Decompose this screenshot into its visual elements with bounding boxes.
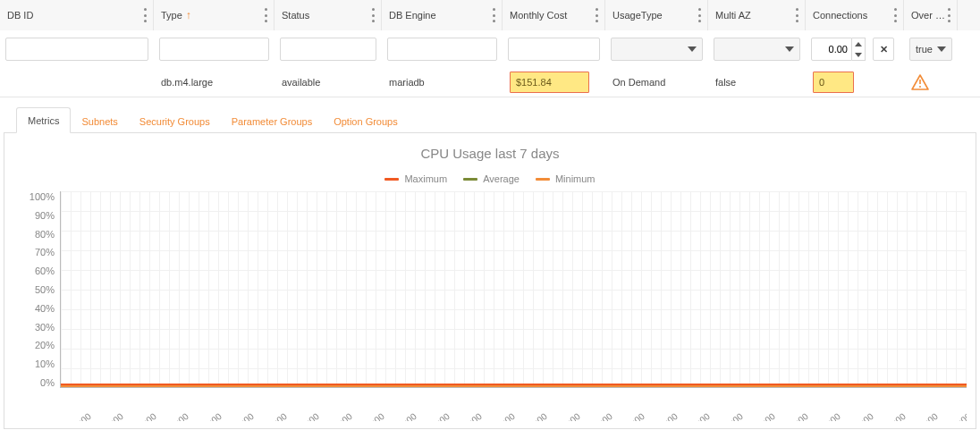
col-header-label: Monthly Cost (510, 10, 567, 21)
yaxis-tick: 50% (13, 284, 55, 295)
cell-monthly-cost: $151.84 (503, 68, 605, 97)
cell-db-engine: mariadb (382, 73, 503, 91)
xaxis-tick: 06:00 (815, 411, 841, 421)
col-header-type[interactable]: Type ↑ (154, 0, 275, 30)
filter-connections-input[interactable] (811, 38, 852, 61)
cell-connections: 0 (806, 68, 904, 97)
filter-usagetype-select[interactable] (611, 38, 703, 61)
filter-db-engine-input[interactable] (387, 38, 497, 61)
xaxis-tick: 00:00 (685, 411, 712, 421)
xaxis-tick: 06:00 (521, 411, 548, 421)
xaxis-tick: 18:00 (164, 411, 190, 421)
filter-over-select[interactable]: true (909, 38, 952, 61)
yaxis-tick: 90% (13, 210, 55, 221)
xaxis-tick: 18:00 (359, 411, 385, 421)
tab-option-groups[interactable]: Option Groups (323, 109, 409, 133)
xaxis-tick: 00:00 (489, 411, 516, 421)
tab-metrics[interactable]: Metrics (16, 107, 71, 133)
yaxis-tick: 20% (13, 340, 55, 350)
xaxis-tick: 06:00 (717, 411, 744, 421)
table-row[interactable]: db.m4.large available mariadb $151.84 On… (0, 68, 980, 97)
column-menu-icon[interactable] (948, 8, 951, 22)
legend-label: Maximum (404, 173, 447, 184)
db-table: DB ID Type ↑ Status DB Engine Monthly Co… (0, 0, 980, 97)
chart-plot (60, 191, 967, 388)
cell-usage-type: On Demand (605, 73, 708, 91)
xaxis-tick: 18:00 (848, 411, 874, 421)
col-header-db-engine[interactable]: DB Engine (382, 0, 503, 30)
yaxis-tick: 70% (13, 247, 55, 257)
legend-label: Minimum (555, 173, 596, 184)
xaxis-tick: 00:00 (98, 411, 125, 421)
col-header-label: DB Engine (389, 10, 436, 21)
chart-yaxis: 100%90%80%70%60%50%40%30%20%10%0% (13, 191, 60, 388)
tab-subnets[interactable]: Subnets (71, 109, 128, 133)
legend-swatch-icon (384, 178, 399, 181)
column-menu-icon[interactable] (372, 8, 376, 22)
column-menu-icon[interactable] (894, 8, 898, 22)
table-header-row: DB ID Type ↑ Status DB Engine Monthly Co… (0, 0, 980, 30)
col-header-connections[interactable]: Connections (806, 0, 904, 30)
yaxis-tick: 30% (13, 322, 55, 333)
highlight-badge: $151.84 (510, 72, 589, 93)
xaxis-tick: 00:00 (880, 411, 907, 421)
legend-swatch-icon (536, 178, 550, 181)
xaxis-tick: 18:00 (554, 411, 581, 421)
col-header-monthly-cost[interactable]: Monthly Cost (503, 0, 605, 30)
table-filter-row: ✕ true (0, 30, 980, 68)
xaxis-tick: 00:00 (587, 411, 613, 421)
col-header-label: DB ID (7, 10, 33, 21)
xaxis-tick: 18:00 (261, 411, 288, 421)
filter-over-value: true (916, 44, 933, 55)
stepper-down-icon[interactable] (852, 49, 865, 60)
series-minimum-line (61, 385, 967, 387)
filter-connections-stepper[interactable] (811, 38, 866, 61)
cell-multi-az: false (708, 73, 806, 91)
yaxis-tick: 0% (13, 377, 55, 388)
warning-icon (911, 74, 929, 90)
detail-tabs: Metrics Subnets Security Groups Paramete… (16, 106, 980, 133)
col-header-db-id[interactable]: DB ID (0, 0, 154, 30)
chart-panel: CPU Usage last 7 days Maximum Average Mi… (4, 133, 976, 429)
close-icon: ✕ (880, 44, 888, 55)
column-menu-icon[interactable] (698, 8, 702, 22)
highlight-badge: 0 (813, 72, 854, 93)
sort-asc-icon: ↑ (186, 9, 191, 21)
column-menu-icon[interactable] (144, 8, 148, 22)
col-header-over[interactable]: Over … (904, 0, 958, 30)
clear-filter-button[interactable]: ✕ (873, 38, 894, 61)
legend-item-average[interactable]: Average (463, 173, 520, 184)
chart-legend: Maximum Average Minimum (13, 173, 967, 184)
col-header-label: Multi AZ (715, 10, 751, 21)
cell-type: db.m4.large (154, 73, 275, 91)
filter-type-input[interactable] (159, 38, 269, 61)
col-header-label: Type (161, 10, 182, 21)
column-menu-icon[interactable] (596, 8, 599, 22)
col-header-usagetype[interactable]: UsageType (605, 0, 708, 30)
tab-security-groups[interactable]: Security Groups (129, 109, 221, 133)
chart-area: 100%90%80%70%60%50%40%30%20%10%0% (13, 191, 967, 406)
col-header-status[interactable]: Status (275, 0, 382, 30)
xaxis-tick: 06:00 (424, 411, 451, 421)
column-menu-icon[interactable] (796, 8, 799, 22)
cell-db-id (0, 79, 154, 86)
tab-parameter-groups[interactable]: Parameter Groups (221, 109, 323, 133)
filter-multi-az-select[interactable] (714, 38, 800, 61)
filter-status-input[interactable] (280, 38, 376, 61)
col-header-label: UsageType (612, 10, 663, 21)
filter-db-id-input[interactable] (5, 38, 148, 61)
yaxis-tick: 80% (13, 229, 55, 240)
xaxis-tick: 00:00 (392, 411, 418, 421)
legend-item-maximum[interactable]: Maximum (384, 173, 447, 184)
cell-status: available (275, 73, 382, 91)
col-header-multi-az[interactable]: Multi AZ (708, 0, 806, 30)
xaxis-tick: 18:00 (652, 411, 679, 421)
filter-monthly-cost-input[interactable] (508, 38, 600, 61)
col-header-label: Over … (911, 10, 945, 21)
column-menu-icon[interactable] (493, 8, 496, 22)
column-menu-icon[interactable] (265, 8, 268, 22)
stepper-up-icon[interactable] (852, 38, 865, 49)
col-header-label: Connections (813, 10, 867, 21)
xaxis-tick: 18:00 (457, 411, 484, 421)
legend-item-minimum[interactable]: Minimum (536, 173, 596, 184)
